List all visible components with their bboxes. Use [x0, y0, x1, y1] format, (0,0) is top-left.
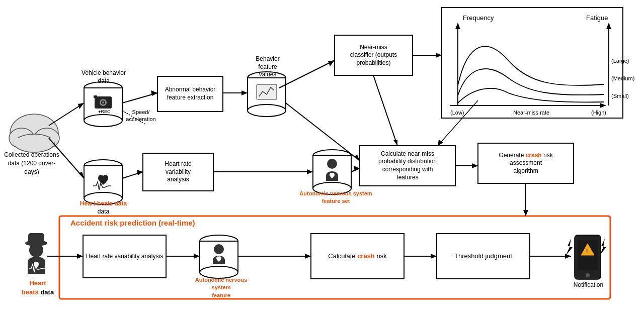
- svg-text:(Large): (Large): [611, 58, 629, 64]
- svg-rect-54: [578, 240, 598, 270]
- heart-beats-label-realtime: Heartbeats data: [15, 279, 60, 297]
- svg-rect-26: [143, 153, 213, 191]
- behavior-feature-label: Behaviorfeaturevalues: [248, 55, 288, 79]
- svg-rect-15: [84, 166, 122, 198]
- svg-rect-22: [313, 156, 351, 188]
- svg-rect-52: [437, 234, 530, 279]
- svg-point-2: [34, 128, 59, 148]
- svg-line-71: [286, 103, 360, 161]
- svg-line-61: [49, 103, 84, 126]
- svg-point-47: [200, 235, 238, 247]
- vehicle-data-label: Vehicle behavior data: [78, 69, 129, 85]
- svg-rect-48: [200, 241, 238, 272]
- svg-point-7: [84, 115, 122, 127]
- heart-beats-label-upper: Heart beats data data: [74, 200, 132, 216]
- svg-line-81: [351, 168, 360, 172]
- svg-marker-92: [194, 254, 200, 259]
- main-svg: ●REC: [0, 0, 644, 321]
- svg-point-0: [10, 114, 58, 152]
- svg-marker-88: [523, 210, 528, 216]
- svg-line-65: [122, 93, 157, 103]
- diagram: ●REC: [0, 0, 644, 321]
- svg-line-77: [122, 172, 143, 178]
- svg-marker-84: [472, 163, 478, 168]
- svg-rect-27: [335, 35, 413, 75]
- svg-point-10: [101, 100, 105, 104]
- svg-marker-94: [305, 254, 311, 259]
- svg-rect-4: [14, 138, 54, 146]
- svg-marker-66: [151, 90, 157, 96]
- collected-ops-label: Collected operations data (1200 driver-d…: [4, 151, 59, 176]
- svg-point-9: [100, 99, 107, 106]
- svg-rect-46: [83, 235, 166, 278]
- svg-marker-64: [78, 172, 84, 178]
- svg-text:!: !: [586, 249, 588, 254]
- svg-line-85: [438, 100, 478, 146]
- threshold-judgment-text: Threshold judgment: [437, 234, 530, 279]
- svg-text:(Low): (Low): [450, 110, 464, 116]
- svg-text:Near-miss rate: Near-miss rate: [513, 110, 549, 116]
- svg-point-11: [102, 101, 104, 103]
- svg-point-58: [25, 240, 47, 246]
- svg-rect-29: [478, 143, 574, 183]
- notification-label: Notification: [570, 281, 607, 289]
- calculate-crash-text: Calculate crash risk: [311, 234, 404, 279]
- svg-text:(High): (High): [591, 110, 606, 116]
- near-miss-classifier-text: Near-missclassifier (outputsprobabilitie…: [335, 35, 413, 75]
- svg-point-1: [9, 128, 34, 148]
- svg-point-3: [14, 134, 54, 152]
- svg-marker-34: [606, 23, 611, 29]
- svg-rect-20: [257, 84, 277, 99]
- abnormal-behavior-box-text: Abnormal behavior feature extraction: [157, 76, 223, 112]
- autonomic-label-realtime: Autonomic nervous systemfeature: [192, 276, 250, 299]
- svg-line-73: [373, 75, 397, 146]
- svg-rect-18: [248, 78, 286, 111]
- svg-marker-96: [431, 254, 437, 259]
- speed-label: Speed/ acceleration: [121, 109, 161, 123]
- svg-rect-59: [28, 233, 44, 244]
- svg-marker-78: [137, 170, 143, 175]
- autonomic-label-upper: Autonomic nervous systemfeature set: [299, 190, 372, 205]
- svg-rect-30: [442, 8, 623, 118]
- svg-point-55: [586, 273, 590, 277]
- svg-text:Frequency: Frequency: [463, 14, 494, 22]
- svg-marker-90: [77, 254, 83, 259]
- svg-rect-51: [311, 234, 404, 279]
- svg-marker-86: [438, 140, 443, 146]
- svg-rect-28: [360, 146, 455, 186]
- svg-marker-36: [600, 103, 606, 108]
- svg-marker-82: [354, 166, 360, 171]
- svg-marker-72: [354, 155, 360, 161]
- svg-text:(Medium): (Medium): [611, 75, 634, 81]
- svg-point-14: [84, 160, 122, 172]
- svg-marker-62: [78, 103, 84, 109]
- svg-point-21: [313, 150, 351, 162]
- svg-point-50: [214, 244, 224, 254]
- heart-rate-box-text-realtime: Heart rate variability analysis: [83, 235, 166, 278]
- generate-crash-text: Generate crash riskassessmentalgorithm: [478, 143, 574, 183]
- svg-marker-98: [565, 254, 571, 259]
- svg-rect-6: [84, 88, 122, 121]
- svg-point-24: [327, 159, 337, 169]
- svg-marker-76: [436, 53, 442, 58]
- svg-marker-80: [307, 169, 313, 174]
- svg-marker-74: [393, 140, 397, 146]
- heart-rate-box-text-upper: Heart ratevariabilityanalysis: [143, 153, 213, 191]
- svg-text:●REC: ●REC: [98, 109, 111, 114]
- svg-rect-45: [59, 216, 610, 299]
- svg-text:Fatigue: Fatigue: [586, 14, 608, 22]
- svg-marker-70: [328, 60, 335, 66]
- svg-rect-12: [94, 95, 97, 98]
- svg-marker-56: [581, 244, 594, 255]
- real-time-title: Accident risk prediction (real-time): [70, 218, 195, 228]
- svg-point-60: [29, 243, 43, 257]
- svg-point-19: [248, 104, 286, 117]
- svg-rect-53: [575, 235, 601, 279]
- svg-rect-8: [95, 96, 112, 109]
- svg-rect-25: [157, 76, 223, 112]
- svg-marker-44: [455, 23, 460, 29]
- svg-marker-68: [242, 90, 248, 95]
- svg-text:(Small): (Small): [611, 93, 629, 99]
- calculate-near-miss-text: Calculate near-missprobability distribut…: [360, 146, 455, 186]
